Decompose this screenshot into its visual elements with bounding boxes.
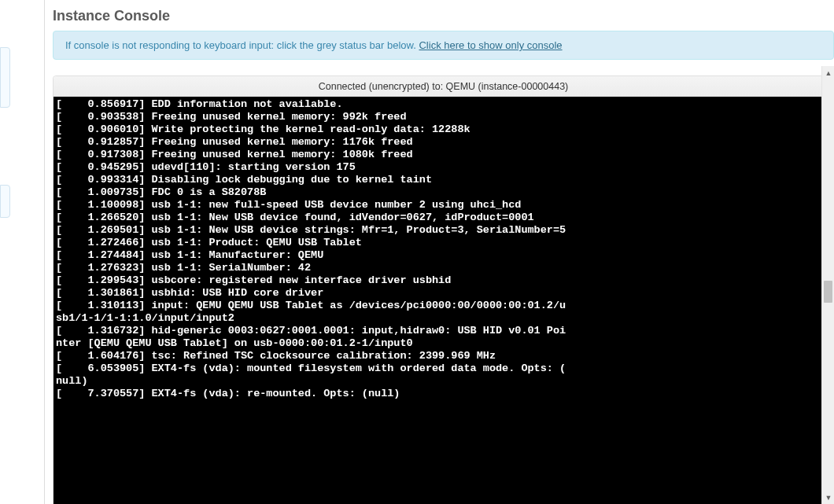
console-status-bar[interactable]: Connected (unencrypted) to: QEMU (instan… xyxy=(54,76,833,97)
sidebar-column xyxy=(0,0,44,504)
console-log: [ 0.856917] EDD information not availabl… xyxy=(54,97,833,402)
scroll-track[interactable] xyxy=(822,79,834,491)
show-only-console-link[interactable]: Click here to show only console xyxy=(419,39,562,51)
alert-text: If console is not responding to keyboard… xyxy=(65,39,419,51)
sidebar-tab-1[interactable] xyxy=(0,47,10,108)
console-body[interactable]: [ 0.856917] EDD information not availabl… xyxy=(54,97,833,504)
page-title: Instance Console xyxy=(53,8,834,24)
scroll-up-button[interactable]: ▲ xyxy=(822,66,834,79)
main-content: Instance Console If console is not respo… xyxy=(44,0,834,504)
info-alert: If console is not responding to keyboard… xyxy=(53,31,834,60)
scroll-down-button[interactable]: ▼ xyxy=(822,491,834,504)
scroll-thumb[interactable] xyxy=(824,281,832,303)
vertical-scrollbar[interactable]: ▲ ▼ xyxy=(821,66,834,504)
console-frame: Connected (unencrypted) to: QEMU (instan… xyxy=(53,75,834,504)
sidebar-tab-2[interactable] xyxy=(0,185,10,218)
